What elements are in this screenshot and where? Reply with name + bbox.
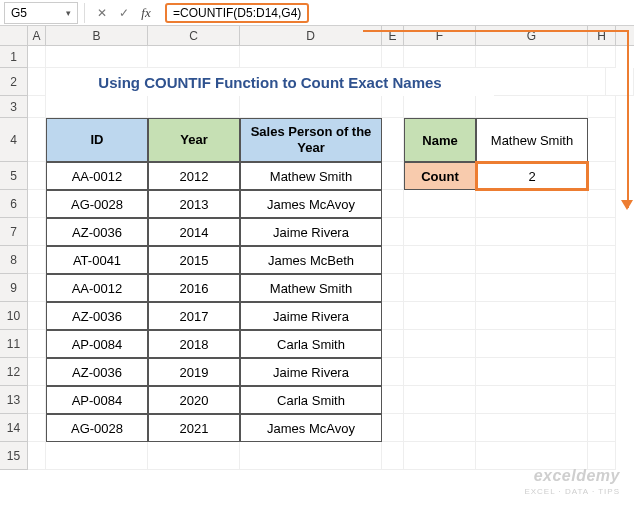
cell[interactable]	[28, 218, 46, 246]
cell[interactable]	[46, 46, 148, 68]
row-header[interactable]: 2	[0, 68, 28, 96]
col-header[interactable]: E	[382, 26, 404, 45]
col-header[interactable]: D	[240, 26, 382, 45]
cell[interactable]	[28, 386, 46, 414]
row-header[interactable]: 13	[0, 386, 28, 414]
table-header-sp[interactable]: Sales Person of the Year	[240, 118, 382, 162]
cancel-icon[interactable]: ✕	[91, 6, 113, 20]
col-header[interactable]: F	[404, 26, 476, 45]
table-cell[interactable]: Jaime Rivera	[240, 218, 382, 246]
cell[interactable]	[28, 442, 46, 470]
cell[interactable]	[28, 330, 46, 358]
row-header[interactable]: 4	[0, 118, 28, 162]
cell[interactable]	[382, 96, 404, 118]
cell[interactable]	[28, 274, 46, 302]
select-all-corner[interactable]	[0, 26, 28, 45]
cell[interactable]	[494, 68, 606, 96]
cell[interactable]	[588, 218, 616, 246]
confirm-icon[interactable]: ✓	[113, 6, 135, 20]
cell[interactable]	[588, 330, 616, 358]
row-header[interactable]: 6	[0, 190, 28, 218]
name-label[interactable]: Name	[404, 118, 476, 162]
cell[interactable]	[404, 96, 476, 118]
cell[interactable]	[382, 330, 404, 358]
cell[interactable]	[28, 190, 46, 218]
page-title[interactable]: Using COUNTIF Function to Count Exact Na…	[46, 68, 494, 96]
cell[interactable]	[28, 162, 46, 190]
cell[interactable]	[28, 414, 46, 442]
cell[interactable]	[28, 246, 46, 274]
cell[interactable]	[382, 162, 404, 190]
cell[interactable]	[382, 386, 404, 414]
row-header[interactable]: 12	[0, 358, 28, 386]
table-cell[interactable]: AZ-0036	[46, 358, 148, 386]
cell[interactable]	[404, 358, 476, 386]
table-cell[interactable]: 2014	[148, 218, 240, 246]
name-box[interactable]: G5 ▾	[4, 2, 78, 24]
cell[interactable]	[588, 190, 616, 218]
cell[interactable]	[476, 274, 588, 302]
cell[interactable]	[476, 218, 588, 246]
cell[interactable]	[476, 358, 588, 386]
cell[interactable]	[476, 386, 588, 414]
cell[interactable]	[46, 96, 148, 118]
cell[interactable]	[148, 46, 240, 68]
table-cell[interactable]: AG-0028	[46, 414, 148, 442]
cell[interactable]	[588, 162, 616, 190]
cell[interactable]	[382, 274, 404, 302]
cell[interactable]	[28, 358, 46, 386]
name-value[interactable]: Mathew Smith	[476, 118, 588, 162]
cell[interactable]	[382, 218, 404, 246]
cell[interactable]	[404, 442, 476, 470]
table-cell[interactable]: 2020	[148, 386, 240, 414]
table-cell[interactable]: AA-0012	[46, 162, 148, 190]
count-label[interactable]: Count	[404, 162, 476, 190]
cell[interactable]	[382, 414, 404, 442]
cell[interactable]	[240, 46, 382, 68]
cell[interactable]	[240, 96, 382, 118]
cell[interactable]	[404, 246, 476, 274]
table-cell[interactable]: Carla Smith	[240, 386, 382, 414]
fx-icon[interactable]: fx	[135, 5, 157, 21]
table-header-id[interactable]: ID	[46, 118, 148, 162]
table-cell[interactable]: Jaime Rivera	[240, 302, 382, 330]
cell[interactable]	[476, 302, 588, 330]
cell[interactable]	[28, 68, 46, 96]
cell[interactable]	[588, 96, 616, 118]
cell[interactable]	[382, 190, 404, 218]
table-cell[interactable]: AT-0041	[46, 246, 148, 274]
cell[interactable]	[588, 274, 616, 302]
cell[interactable]	[28, 118, 46, 162]
col-header[interactable]: B	[46, 26, 148, 45]
row-header[interactable]: 7	[0, 218, 28, 246]
count-value-selected[interactable]: 2	[476, 162, 588, 190]
cell[interactable]	[588, 118, 616, 162]
cell[interactable]	[382, 358, 404, 386]
table-cell[interactable]: 2015	[148, 246, 240, 274]
table-cell[interactable]: 2013	[148, 190, 240, 218]
cell[interactable]	[588, 358, 616, 386]
cell[interactable]	[588, 246, 616, 274]
col-header[interactable]: C	[148, 26, 240, 45]
table-cell[interactable]: AZ-0036	[46, 302, 148, 330]
cell[interactable]	[382, 442, 404, 470]
cell[interactable]	[404, 46, 476, 68]
cell[interactable]	[382, 46, 404, 68]
cell[interactable]	[476, 330, 588, 358]
cell[interactable]	[148, 96, 240, 118]
cell[interactable]	[588, 414, 616, 442]
table-cell[interactable]: AP-0084	[46, 330, 148, 358]
cell[interactable]	[382, 302, 404, 330]
table-cell[interactable]: James McAvoy	[240, 414, 382, 442]
cell[interactable]	[588, 386, 616, 414]
table-cell[interactable]: 2017	[148, 302, 240, 330]
cell[interactable]	[476, 96, 588, 118]
cell[interactable]	[404, 386, 476, 414]
cell[interactable]	[148, 442, 240, 470]
table-cell[interactable]: AZ-0036	[46, 218, 148, 246]
table-cell[interactable]: 2018	[148, 330, 240, 358]
formula-input[interactable]: =COUNTIF(D5:D14,G4)	[157, 0, 634, 25]
cell[interactable]	[28, 302, 46, 330]
row-header[interactable]: 3	[0, 96, 28, 118]
cell[interactable]	[240, 442, 382, 470]
